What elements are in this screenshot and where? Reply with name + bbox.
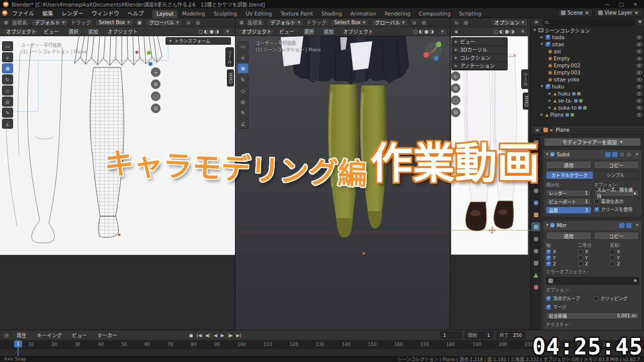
frame-tick[interactable]: 40 (98, 342, 104, 347)
mode-dropdown[interactable]: オブジェクトモード▼ (238, 28, 273, 35)
outliner-row-suka-to[interactable]: ▶▲suka-to (531, 104, 644, 111)
frame-tick[interactable]: 190 (472, 342, 481, 347)
orientation-dropdown[interactable]: デフォルト▼ (267, 19, 303, 26)
tab-object[interactable] (531, 210, 540, 219)
jump-start-button[interactable]: |◀ (197, 333, 202, 338)
current-frame-marker[interactable]: 1 (14, 340, 22, 356)
vertex-groups-row[interactable]: 頂点グループ (546, 295, 592, 302)
outliner-row-empty-002[interactable]: ▣Empty.002 (531, 62, 644, 69)
camera-view-icon[interactable]: ▢ (151, 92, 160, 101)
right-viewport-canvas[interactable]: ▶ビュー ▶3Dカーソル ▶コレクション ▶アノテーション ＋ ⊕ ▢ ⊞ ツー… (450, 36, 530, 330)
npanel-section-annotations[interactable]: ▶アノテーション (452, 62, 507, 70)
flip-x-row[interactable]: X (610, 249, 639, 254)
axis-y-row[interactable]: Y (546, 255, 575, 260)
tab-scripting[interactable]: Scripting (455, 10, 485, 18)
eye-icon[interactable] (636, 92, 642, 96)
frame-tick[interactable]: 80 (191, 342, 196, 347)
tab-uv-editing[interactable]: UV Editing (242, 10, 276, 18)
pan-icon[interactable]: ＋ (451, 71, 460, 81)
menu-window[interactable]: ウィンドウ (88, 9, 123, 18)
snap-magnet-icon[interactable]: ∪ (411, 19, 418, 26)
snap-magnet-icon[interactable]: ∪ (185, 19, 192, 26)
flip-y-row[interactable]: Y (610, 255, 639, 260)
outliner-search-input[interactable] (542, 19, 636, 26)
outliner-row-asi[interactable]: ▣asi (531, 48, 644, 55)
menu-help[interactable]: ヘルプ (124, 9, 147, 18)
render-subdivisions-field[interactable]: レンダー1 (546, 190, 591, 197)
sidebar-tab-tool[interactable]: ツール (521, 69, 530, 89)
collection-checkbox[interactable] (545, 35, 550, 40)
select-menu[interactable]: 選択 (65, 27, 82, 36)
filter-icon[interactable] (638, 21, 642, 24)
frame-tick[interactable]: 110 (264, 342, 272, 347)
frame-tick[interactable]: 150 (368, 342, 376, 347)
marker-menu[interactable]: マーカー (94, 331, 121, 339)
tab-animation[interactable]: Animation (347, 10, 380, 18)
tab-shading[interactable]: Shading (317, 10, 346, 18)
left-viewport-canvas[interactable]: ユーザー・平行投影 (1) シーンコレクション | Plane ▭ ＋ ⊕ ↻ … (0, 36, 235, 330)
transform-npanel-header[interactable]: ▼ トランスフォーム (166, 37, 231, 45)
view-layer-selector[interactable]: View Layer✕ (595, 9, 642, 17)
rotate-tool[interactable]: ↻ (237, 74, 249, 84)
move-tool[interactable]: ⊕ (2, 63, 13, 73)
select-tool-dropdown[interactable]: Select Box▼ (95, 19, 133, 26)
eyedropper-icon[interactable] (633, 279, 637, 283)
timeline-editor-icon[interactable]: ◷ (3, 332, 10, 338)
tab-physics[interactable] (531, 246, 540, 255)
ortho-grid-icon[interactable]: ⊞ (151, 104, 160, 113)
tab-object-data[interactable] (531, 270, 540, 280)
copy-button[interactable]: コピー (594, 161, 639, 169)
catmull-clark-option[interactable]: カトマルクラーク (546, 171, 593, 179)
tool-icon[interactable]: ⊞ (238, 19, 245, 26)
transform-tool[interactable]: ◎ (2, 97, 13, 107)
orientation-dropdown[interactable]: デフォルト▼ (31, 19, 68, 26)
frame-tick[interactable]: 30 (74, 342, 80, 347)
merge-distance-field[interactable]: 結合距離0.001 m (546, 312, 639, 319)
pivot-dropdown[interactable]: グローバル▼ (145, 19, 182, 26)
scene-selector[interactable]: Scene✕ (557, 9, 593, 17)
measure-tool[interactable]: ∠ (2, 119, 13, 129)
subsurf-header[interactable]: ▼ Subd ✕ (543, 150, 641, 159)
toggle-cage[interactable] (626, 152, 632, 157)
scene-unlink-icon[interactable]: ✕ (585, 10, 589, 16)
annotate-tool[interactable]: ✎ (2, 108, 13, 118)
shading-mode-icons[interactable]: ○◐●◑ (494, 29, 516, 34)
outliner-row-plane[interactable]: ▶▲Plane (531, 111, 644, 118)
outliner-editor-icon[interactable]: ≡ (533, 19, 540, 26)
tab-constraints[interactable] (531, 258, 540, 267)
blender-app-menu-icon[interactable] (2, 10, 8, 16)
frame-tick[interactable]: 130 (315, 342, 324, 347)
rotate-tool[interactable]: ↻ (2, 74, 13, 84)
eye-icon[interactable] (636, 50, 642, 53)
outliner-row-scene-collection[interactable]: ▼シーンコレクション (531, 27, 644, 34)
record-button[interactable]: ● (189, 333, 193, 338)
flip-z-row[interactable]: Z (610, 261, 639, 266)
proportional-edit-icon[interactable]: ◎ (462, 19, 469, 26)
frame-tick[interactable]: 20 (51, 342, 57, 347)
copy-button[interactable]: コピー (594, 232, 639, 240)
minimize-button[interactable]: — (602, 2, 613, 7)
npanel-section-3d-cursor[interactable]: ▶3Dカーソル (452, 46, 507, 54)
simple-option[interactable]: シンプル (593, 171, 639, 179)
move-tool[interactable]: ⊕ (237, 63, 249, 73)
frame-tick[interactable]: 160 (394, 342, 403, 347)
outliner-row-empty[interactable]: ▣Empty (531, 55, 644, 62)
tab-sculpting[interactable]: Sculpting (210, 10, 242, 18)
clipping-row[interactable]: クリッピング (594, 295, 639, 302)
object-menu[interactable]: オブジェクト (104, 27, 141, 36)
optimal-display-row[interactable]: 最適化表示 (594, 198, 639, 205)
object-menu[interactable]: オブジェクト (340, 27, 377, 36)
select-tool-dropdown[interactable]: Select Box▼ (331, 19, 369, 26)
add-modifier-button[interactable]: モディファイアーを追加▼ (544, 138, 641, 146)
sidebar-tab-mmd[interactable]: MMD (227, 69, 234, 86)
overlays-dropdown[interactable]: ▼ (438, 28, 447, 35)
tab-world[interactable] (531, 198, 540, 207)
bisect-z-row[interactable]: Z (578, 261, 607, 266)
toggle-realtime[interactable] (619, 223, 625, 228)
mode-dropdown[interactable]: オブジェクトモード▼ (3, 28, 38, 35)
sidebar-tab-tool[interactable]: ツール (225, 47, 234, 67)
select-menu[interactable]: 選択 (300, 27, 317, 36)
options-dropdown[interactable]: オプション▼ (491, 19, 528, 26)
play-button[interactable]: ▶ (221, 333, 224, 338)
transform-tool[interactable]: ◎ (237, 97, 249, 107)
